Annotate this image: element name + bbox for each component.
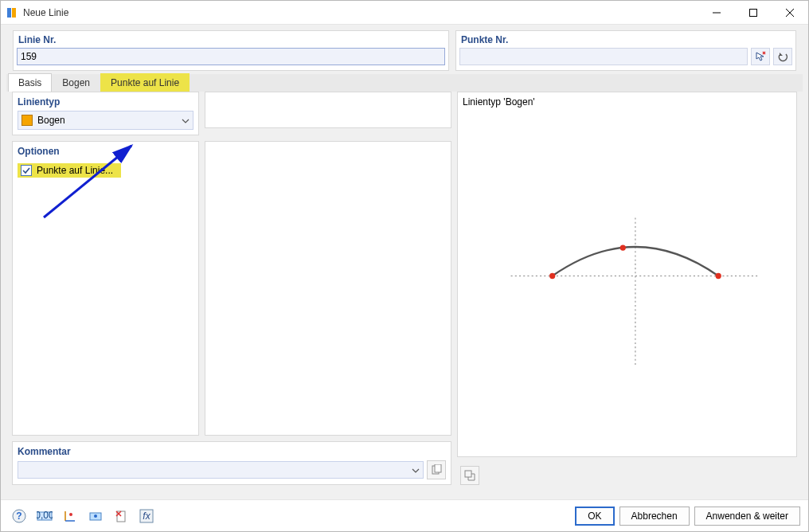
units-button[interactable]: 0,00 [34,506,55,526]
kommentar-input[interactable] [18,461,424,479]
tabstrip: Basis Bogen Punkte auf Linie [1,71,808,92]
punkte-nr-input[interactable] [459,48,748,65]
linie-nr-input[interactable] [17,48,445,65]
optionen-frame: Optionen Punkte auf Linie... [12,141,199,436]
preview-frame: Linientyp 'Bogen' [457,92,797,457]
kommentar-edit-button[interactable] [427,460,446,479]
pick-points-button[interactable] [751,48,770,65]
cancel-button[interactable]: Abbrechen [619,507,690,526]
linientyp-select[interactable]: Bogen [18,111,193,130]
svg-point-13 [549,273,555,279]
svg-rect-3 [750,9,757,16]
svg-point-14 [716,273,721,279]
chevron-down-icon [182,115,190,126]
checkbox-icon [21,165,32,176]
chevron-down-icon [412,464,420,475]
punkte-nr-panel: Punkte Nr. [455,30,796,71]
ok-button[interactable]: OK [575,507,614,526]
apply-label: Anwenden & weiter [706,510,788,522]
svg-rect-16 [465,471,471,477]
kommentar-heading: Kommentar [13,442,451,460]
svg-rect-10 [435,464,441,472]
apply-button[interactable]: Anwenden & weiter [694,507,800,526]
punkte-auf-linie-option[interactable]: Punkte auf Linie... [18,163,121,178]
delete-button[interactable] [111,506,131,526]
preview-canvas [461,110,793,467]
footer: ? 0,00 fx OK Abbrechen Anwenden & weiter [1,499,808,531]
help-button[interactable]: ? [9,506,29,526]
view-button[interactable] [85,506,106,526]
linientyp-color-chip [21,115,33,126]
svg-text:fx: fx [143,510,150,522]
linie-nr-panel: Linie Nr. [13,30,449,71]
window-title: Neue Linie [23,7,698,18]
svg-text:0,00: 0,00 [37,510,53,521]
tab-basis[interactable]: Basis [8,73,52,92]
revert-button[interactable] [773,48,792,65]
fx-button[interactable]: fx [136,506,157,526]
top-row: Linie Nr. Punkte Nr. [1,25,808,71]
linientyp-heading: Linientyp [13,92,198,111]
svg-rect-1 [12,8,16,18]
main-content: Linientyp Bogen Optionen [1,92,808,499]
optionen-heading: Optionen [13,142,198,160]
placeholder-frame-main [205,141,451,436]
right-column: Linientyp 'Bogen' [457,92,797,488]
minimize-button[interactable] [698,1,735,25]
svg-point-25 [94,514,97,518]
close-button[interactable] [772,1,808,25]
svg-point-23 [69,513,72,516]
tab-bogen[interactable]: Bogen [52,73,100,92]
cancel-label: Abbrechen [631,510,678,522]
coord-button[interactable] [60,506,80,526]
linientyp-value: Bogen [37,115,182,126]
app-icon [6,6,18,19]
tab-punkte-auf-linie[interactable]: Punkte auf Linie [100,73,190,92]
svg-rect-0 [7,8,11,18]
linientyp-frame: Linientyp Bogen [12,92,199,135]
left-column: Linientyp Bogen Optionen [12,92,451,488]
svg-point-15 [620,244,626,250]
kommentar-frame: Kommentar [12,441,451,485]
placeholder-frame-top [205,92,451,128]
titlebar: Neue Linie [1,1,808,25]
svg-text:?: ? [16,510,21,522]
window-controls [698,1,808,25]
preview-heading: Linientyp 'Bogen' [458,92,796,111]
preview-tool-button[interactable] [460,466,479,485]
punkte-nr-heading: Punkte Nr. [459,33,792,48]
maximize-button[interactable] [735,1,772,25]
ok-label: OK [588,510,601,522]
linie-nr-heading: Linie Nr. [17,33,445,48]
punkte-auf-linie-label: Punkte auf Linie... [37,165,113,176]
window: Neue Linie Linie Nr. Punkte Nr. [0,0,809,532]
